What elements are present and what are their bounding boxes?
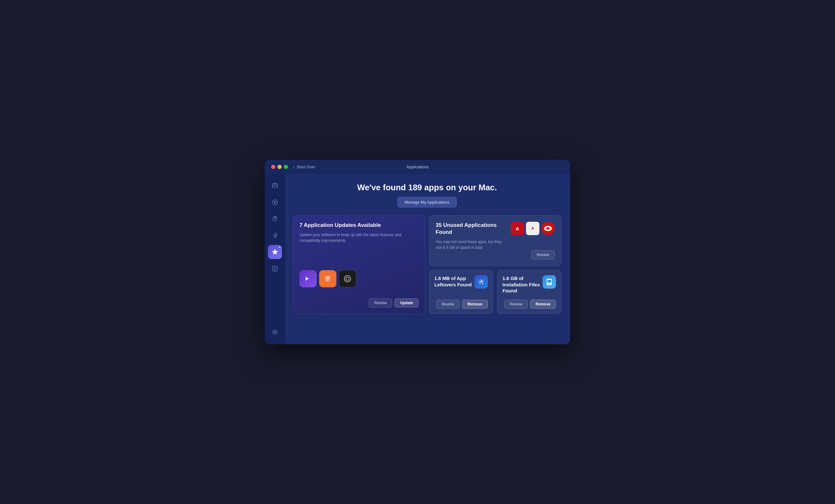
- installation-icon: [543, 275, 556, 288]
- svg-point-25: [546, 227, 550, 230]
- sidebar-item-files[interactable]: [268, 262, 282, 276]
- main-window: ‹ Start Over Applications: [265, 160, 570, 344]
- imovie-icon: [300, 270, 317, 287]
- updates-card-title: 7 Application Updates Available: [300, 222, 419, 229]
- unused-card-desc: You may not need these apps, but they us…: [436, 239, 507, 250]
- updates-card: 7 Application Updates Available Update y…: [293, 215, 425, 314]
- back-label: Start Over: [297, 164, 315, 169]
- back-button[interactable]: ‹ Start Over: [293, 164, 315, 169]
- svg-rect-2: [274, 183, 276, 184]
- cbs-icon: [541, 222, 555, 235]
- settings-icon: [271, 329, 279, 336]
- unused-card-text: 35 Unused Applications Found You may not…: [436, 222, 507, 250]
- leftovers-icon: [474, 275, 488, 288]
- svg-rect-30: [548, 283, 551, 284]
- unused-review-button[interactable]: Review: [531, 250, 555, 259]
- svg-point-10: [274, 331, 276, 333]
- hero-title: We've found 189 apps on your Mac.: [293, 183, 561, 193]
- installation-review-button[interactable]: Review: [504, 300, 528, 309]
- unused-app-icons: A A: [511, 222, 555, 235]
- leftovers-remove-button[interactable]: Remove: [462, 300, 488, 309]
- leftovers-card: 1.6 MB of App Leftovers Found: [429, 270, 493, 314]
- svg-point-12: [274, 334, 276, 335]
- privacy-icon: [271, 199, 279, 206]
- leftovers-card-header: 1.6 MB of App Leftovers Found: [434, 275, 488, 291]
- traffic-lights: [271, 165, 288, 169]
- svg-point-13: [272, 332, 273, 333]
- updates-update-button[interactable]: Update: [394, 299, 419, 307]
- leftovers-card-title: 1.6 MB of App Leftovers Found: [434, 275, 474, 288]
- unused-card-header: 35 Unused Applications Found You may not…: [436, 222, 555, 250]
- sidebar-item-applications[interactable]: [268, 245, 282, 259]
- unused-card-actions: Review: [436, 250, 555, 259]
- svg-point-15: [273, 330, 274, 331]
- updates-card-desc: Update your software to keep up with the…: [300, 232, 419, 259]
- cards-grid: 7 Application Updates Available Update y…: [293, 215, 561, 314]
- pages-icon: [319, 270, 337, 287]
- installation-remove-button[interactable]: Remove: [530, 300, 556, 309]
- leftovers-card-actions: Review Remove: [434, 300, 488, 309]
- installation-card-title: 1.6 GB of Installation Files Found: [503, 275, 543, 294]
- manage-applications-button[interactable]: Manage My Applications: [398, 197, 457, 207]
- updates-app-icons: [300, 265, 419, 292]
- lightning-icon: [271, 232, 279, 239]
- files-icon: [271, 265, 279, 272]
- svg-rect-31: [548, 284, 550, 284]
- fullscreen-button[interactable]: [284, 165, 288, 169]
- scanner-icon: [271, 182, 279, 189]
- svg-point-14: [277, 332, 278, 333]
- hero-section: We've found 189 apps on your Mac. Manage…: [293, 183, 561, 207]
- unused-card: 35 Unused Applications Found You may not…: [429, 215, 561, 266]
- sidebar-item-scanner[interactable]: [268, 179, 282, 193]
- minimize-button[interactable]: [278, 165, 282, 169]
- sidebar-item-settings[interactable]: [268, 325, 282, 339]
- svg-point-18: [273, 334, 274, 335]
- window-title: Applications: [406, 164, 429, 169]
- svg-rect-29: [547, 280, 551, 283]
- svg-point-4: [274, 201, 276, 203]
- close-button[interactable]: [271, 165, 275, 169]
- acrobat-icon: A: [526, 222, 539, 235]
- sidebar: [265, 174, 285, 344]
- svg-rect-23: [326, 280, 328, 281]
- svg-rect-22: [326, 279, 329, 280]
- svg-rect-21: [326, 278, 329, 279]
- active-indicator: [279, 246, 281, 248]
- hand-icon: [271, 216, 279, 222]
- installation-card-actions: Review Remove: [503, 300, 556, 309]
- adobe-icon: A: [511, 222, 524, 235]
- svg-point-17: [276, 330, 277, 331]
- sidebar-item-privacy[interactable]: [268, 195, 282, 209]
- leftovers-review-button[interactable]: Review: [436, 300, 460, 309]
- unused-card-title: 35 Unused Applications Found: [436, 222, 507, 236]
- applications-icon: [271, 248, 279, 256]
- updates-card-actions: Review Update: [300, 299, 419, 307]
- bottom-cards: 1.6 MB of App Leftovers Found: [429, 270, 561, 314]
- svg-point-16: [276, 334, 277, 335]
- svg-point-11: [274, 329, 276, 330]
- svg-rect-20: [326, 277, 330, 278]
- svg-rect-19: [325, 276, 331, 282]
- title-bar: ‹ Start Over Applications: [265, 160, 570, 174]
- sidebar-item-speed[interactable]: [268, 228, 282, 242]
- chevron-left-icon: ‹: [293, 164, 295, 169]
- main-layout: We've found 189 apps on your Mac. Manage…: [265, 174, 570, 344]
- updates-review-button[interactable]: Review: [369, 299, 392, 307]
- sidebar-item-protect[interactable]: [268, 212, 282, 226]
- installation-card-header: 1.6 GB of Installation Files Found: [503, 275, 556, 297]
- content-area: We've found 189 apps on your Mac. Manage…: [285, 174, 570, 344]
- chatgpt-icon: [339, 270, 356, 287]
- installation-card: 1.6 GB of Installation Files Found: [497, 270, 561, 314]
